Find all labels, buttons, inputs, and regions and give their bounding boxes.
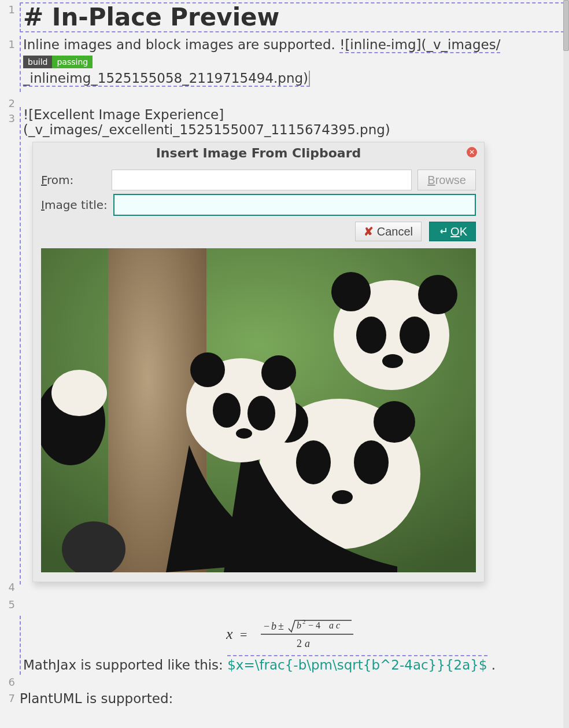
- svg-text:−: −: [264, 620, 269, 632]
- badge-key: build: [23, 56, 52, 68]
- svg-point-15: [190, 352, 225, 387]
- line-number: 1: [9, 5, 15, 15]
- svg-point-19: [236, 428, 252, 439]
- line-number-gutter: 1 1 2 3 4 5 6 7: [0, 2, 17, 719]
- markdown-image-syntax-start: ![inline-img](_v_images/: [339, 37, 500, 53]
- svg-point-18: [247, 396, 275, 431]
- svg-text:x: x: [226, 626, 233, 642]
- svg-point-5: [356, 317, 386, 354]
- vertical-scrollbar[interactable]: [563, 0, 569, 719]
- math-source-code: $x=\frac{-b\pm\sqrt{b^2-4ac}}{2a}$: [227, 655, 487, 672]
- line-number: 7: [9, 693, 15, 704]
- dialog-titlebar: Insert Image From Clipboard ✕: [33, 142, 484, 164]
- paragraph-text: _inlineimg_1525155058_2119715494.png): [23, 71, 310, 87]
- svg-point-12: [374, 401, 415, 443]
- text-run: Inline images and block images are suppo…: [23, 37, 339, 52]
- svg-text:b: b: [271, 620, 276, 632]
- enter-icon: [438, 227, 447, 236]
- dialog-title: Insert Image From Clipboard: [156, 146, 361, 160]
- paragraph-block[interactable]: Inline images and block images are suppo…: [20, 36, 564, 92]
- svg-point-16: [261, 355, 296, 390]
- svg-point-13: [332, 490, 353, 504]
- markdown-image-syntax-end: _inlineimg_1525155058_2119715494.png): [23, 71, 310, 87]
- cancel-icon: ✘: [364, 225, 374, 238]
- svg-point-17: [213, 393, 241, 428]
- cancel-button[interactable]: ✘Cancel: [355, 222, 422, 241]
- svg-text:a: a: [305, 638, 310, 649]
- line-number: 4: [9, 582, 15, 593]
- svg-point-9: [296, 440, 331, 484]
- svg-point-7: [382, 354, 403, 368]
- line-number: 3: [9, 113, 15, 124]
- from-input[interactable]: [112, 170, 412, 190]
- svg-text:2: 2: [302, 618, 306, 625]
- markdown-image-syntax: ![Excellent Image Experience](_v_images/…: [23, 107, 390, 137]
- svg-text:− 4: − 4: [308, 620, 320, 630]
- from-row: From: Browse: [41, 170, 476, 190]
- svg-text:±: ±: [278, 620, 284, 632]
- image-block[interactable]: ![Excellent Image Experience](_v_images/…: [20, 107, 564, 584]
- math-block[interactable]: x = − b ± b 2 − 4 a c: [20, 616, 564, 675]
- svg-text:c: c: [336, 620, 340, 630]
- image-title-input[interactable]: [113, 194, 476, 216]
- pasted-image-preview: [41, 248, 476, 572]
- ok-button[interactable]: OK: [429, 222, 476, 241]
- rendered-formula: x = − b ± b 2 − 4 a c: [23, 616, 562, 654]
- text-run: MathJax is supported like this:: [23, 657, 227, 672]
- svg-text:a: a: [329, 620, 334, 630]
- line-number: 2: [9, 98, 15, 109]
- line-number: 1: [9, 39, 15, 50]
- browse-button[interactable]: Browse: [417, 170, 476, 190]
- badge-value: passing: [52, 56, 93, 68]
- build-status-badge: buildpassing: [23, 56, 93, 68]
- from-label: From:: [41, 173, 106, 187]
- svg-point-3: [331, 272, 371, 311]
- line-number: 6: [9, 677, 15, 687]
- heading-text: # In-Place Preview: [23, 3, 279, 31]
- close-icon[interactable]: ✕: [467, 147, 477, 157]
- cancel-label: Cancel: [377, 225, 413, 238]
- svg-text:b: b: [297, 620, 301, 630]
- editor-view[interactable]: 1 1 2 3 4 5 6 7 # In-Place Preview Inlin…: [0, 0, 569, 719]
- text-run: .: [487, 657, 496, 672]
- line-number: 5: [9, 600, 15, 610]
- svg-point-4: [418, 275, 457, 314]
- image-title-label: Image title:: [41, 198, 108, 212]
- svg-text:=: =: [240, 627, 247, 642]
- paragraph-text[interactable]: PlantUML is supported:: [20, 690, 564, 708]
- math-source-line: MathJax is supported like this: $x=\frac…: [23, 657, 562, 672]
- insert-image-dialog: Insert Image From Clipboard ✕ From: Brow…: [32, 142, 485, 582]
- image-title-row: Image title:: [41, 194, 476, 216]
- heading-block[interactable]: # In-Place Preview: [20, 2, 564, 32]
- svg-point-21: [51, 370, 107, 416]
- svg-text:2: 2: [297, 638, 302, 649]
- svg-point-6: [400, 317, 430, 354]
- scrollbar-thumb[interactable]: [563, 0, 569, 51]
- svg-point-10: [354, 440, 389, 484]
- paragraph-text: Inline images and block images are suppo…: [23, 37, 500, 53]
